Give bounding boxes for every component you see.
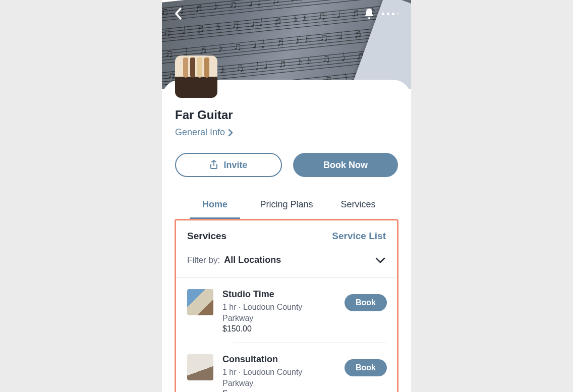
more-dots-icon [382,13,399,15]
service-list-link[interactable]: Service List [332,231,386,242]
book-button[interactable]: Book [345,359,387,376]
filter-label: Filter by: [187,255,220,265]
services-panel: Services Service List Filter by: All Loc… [175,219,398,392]
tab-pricing-plans[interactable]: Pricing Plans [251,192,322,219]
service-info: Studio Time 1 hr · Loudoun County Parkwa… [222,289,335,333]
tab-label: Services [340,199,375,209]
tab-home[interactable]: Home [179,192,251,219]
general-info-link[interactable]: General Info [175,127,233,138]
tab-services[interactable]: Services [322,192,394,219]
tab-label: Home [202,199,227,209]
bell-icon [364,8,375,20]
svg-point-0 [368,17,370,19]
service-info: Consultation 1 hr · Loudoun County Parkw… [222,354,335,392]
tab-label: Pricing Plans [260,199,313,209]
service-meta: 1 hr · Loudoun County Parkway [222,302,335,323]
service-price: Free [222,389,335,392]
service-thumbnail [187,289,213,315]
profile-card: Far Guitar General Info Invite Book Now [162,80,411,392]
back-button[interactable] [174,7,183,20]
services-heading: Services [187,231,226,242]
filter-dropdown[interactable]: Filter by: All Locations [176,242,397,277]
back-chevron-icon [174,7,183,20]
general-info-label: General Info [175,127,225,138]
service-name: Studio Time [222,289,335,300]
book-button[interactable]: Book [345,294,387,311]
service-item-consultation[interactable]: Consultation 1 hr · Loudoun County Parkw… [176,343,397,392]
service-price: $150.00 [222,324,335,333]
service-item-studio-time[interactable]: Studio Time 1 hr · Loudoun County Parkwa… [176,278,397,333]
app-viewport: Far Guitar General Info Invite Book Now [162,0,411,392]
more-menu-button[interactable] [382,13,399,15]
book-now-button[interactable]: Book Now [293,153,398,177]
filter-value: All Locations [224,255,371,265]
tab-bar: Home Pricing Plans Services [175,192,398,219]
avatar-image [175,55,217,78]
chevron-right-icon [228,129,233,137]
chevron-down-icon [375,257,386,264]
service-name: Consultation [222,354,335,365]
service-thumbnail [187,354,213,380]
invite-label: Invite [223,160,247,171]
profile-avatar[interactable] [175,55,217,98]
share-icon [209,160,218,170]
invite-button[interactable]: Invite [175,153,282,177]
profile-title: Far Guitar [175,108,398,122]
book-now-label: Book Now [323,160,368,171]
service-meta: 1 hr · Loudoun County Parkway [222,367,335,388]
header-actions [364,8,399,20]
notifications-button[interactable] [364,8,375,20]
